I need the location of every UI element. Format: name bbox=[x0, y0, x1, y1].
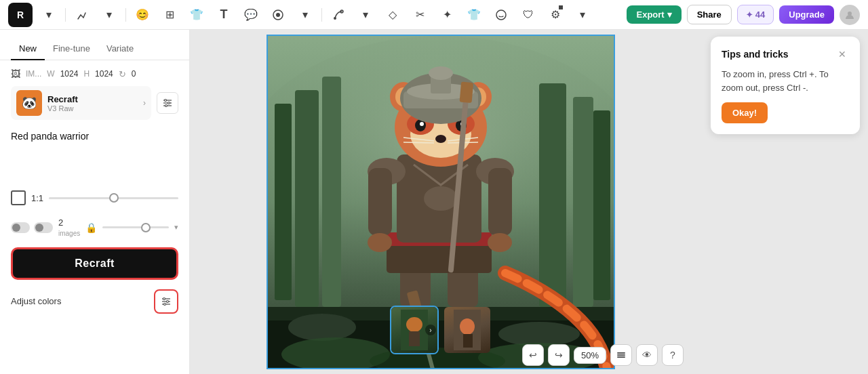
right-panel: Tips and tricks ✕ To zoom in, press Ctrl… bbox=[692, 30, 868, 374]
svg-point-11 bbox=[165, 105, 167, 107]
adjust-colors-row: Adjust colors bbox=[11, 287, 178, 316]
credits-btn[interactable]: ✦ 44 bbox=[737, 5, 774, 24]
ratio-label: 1:1 bbox=[31, 193, 43, 203]
thumbnail-2[interactable] bbox=[443, 306, 492, 354]
tshirt-star-btn[interactable]: 👕 bbox=[463, 4, 485, 26]
redo-btn[interactable]: ↪ bbox=[548, 344, 570, 366]
eye-btn[interactable]: 👁 bbox=[636, 344, 658, 366]
images-count-sub: images bbox=[58, 229, 80, 238]
images-chevron-icon[interactable]: ▾ bbox=[174, 223, 178, 232]
toggle-pair bbox=[11, 222, 53, 233]
svg-rect-80 bbox=[617, 352, 625, 354]
layers-btn[interactable] bbox=[610, 344, 632, 366]
svg-point-49 bbox=[420, 122, 424, 126]
clothing-btn[interactable]: 👕 bbox=[186, 4, 208, 26]
divider-2 bbox=[125, 8, 126, 22]
image-grid-btn[interactable]: ⊞ bbox=[159, 4, 180, 26]
svg-point-73 bbox=[406, 317, 422, 332]
svg-rect-24 bbox=[275, 104, 292, 300]
svg-line-53 bbox=[403, 142, 434, 143]
model-selector[interactable]: 🐼 Recraft V3 Raw › bbox=[11, 86, 151, 120]
prompt-text[interactable]: Red panda warrior bbox=[11, 127, 178, 181]
shield-btn[interactable]: 🛡 bbox=[517, 4, 539, 26]
ratio-row: 1:1 bbox=[11, 188, 178, 208]
width-value: 1024 bbox=[60, 69, 79, 79]
model-thumbnail: 🐼 bbox=[16, 90, 42, 116]
images-row: 2 images 🔒 ▾ bbox=[11, 215, 178, 241]
magic-wand-btn[interactable]: ✦ bbox=[436, 4, 458, 26]
svg-point-16 bbox=[167, 300, 169, 302]
export-label: Export bbox=[636, 9, 664, 20]
export-btn[interactable]: Export ▾ bbox=[627, 5, 681, 24]
svg-point-76 bbox=[460, 318, 475, 335]
logo-dropdown-btn[interactable]: ▾ bbox=[38, 4, 60, 26]
tab-finetune[interactable]: Fine-tune bbox=[45, 38, 98, 60]
svg-point-28 bbox=[288, 314, 356, 341]
avatar[interactable] bbox=[840, 5, 860, 25]
tab-new[interactable]: New bbox=[11, 38, 45, 60]
settings-alert-dropdown[interactable]: ▾ bbox=[572, 4, 593, 26]
canvas-area[interactable]: › ↩ ↪ 50% 👁 ? bbox=[190, 30, 692, 374]
settings-alert-btn[interactable]: ⚙ bbox=[545, 4, 566, 26]
toolbar-left: R ▾ ▾ 😊 ⊞ 👕 T 💬 ▾ ▾ ◇ bbox=[8, 3, 621, 27]
brush-tool-btn[interactable] bbox=[267, 4, 289, 26]
eraser-btn[interactable]: ◇ bbox=[382, 4, 403, 26]
ratio-slider-container[interactable] bbox=[49, 192, 178, 205]
vector-tool-btn[interactable] bbox=[71, 4, 93, 26]
model-row-container: 🐼 Recraft V3 Raw › bbox=[11, 86, 178, 120]
face-tool-btn[interactable]: 😊 bbox=[132, 4, 153, 26]
upgrade-btn[interactable]: Upgrade bbox=[779, 5, 834, 24]
rotate-value: 0 bbox=[132, 69, 136, 79]
svg-point-35 bbox=[424, 186, 458, 211]
model-settings-btn[interactable] bbox=[157, 92, 178, 114]
toolbar-right: Export ▾ Share ✦ 44 Upgrade bbox=[627, 5, 860, 25]
help-btn[interactable]: ? bbox=[662, 344, 684, 366]
zoom-display: 50% bbox=[574, 347, 606, 364]
thumb-2-bg bbox=[444, 307, 490, 353]
credits-count: 44 bbox=[755, 9, 765, 20]
app-logo[interactable]: R bbox=[8, 3, 33, 27]
path-dropdown-btn[interactable]: ▾ bbox=[355, 4, 376, 26]
svg-point-4 bbox=[496, 10, 506, 20]
speech-bubble-btn[interactable]: 💬 bbox=[240, 4, 262, 26]
tips-okay-btn[interactable]: Okay! bbox=[722, 102, 768, 123]
share-btn[interactable]: Share bbox=[687, 5, 732, 24]
height-label: H bbox=[83, 69, 90, 79]
tips-close-btn[interactable]: ✕ bbox=[835, 47, 849, 61]
path-btn[interactable] bbox=[328, 4, 349, 26]
svg-rect-77 bbox=[463, 334, 473, 348]
svg-point-29 bbox=[498, 322, 580, 346]
rotate-icon: ↻ bbox=[119, 69, 126, 79]
lock-icon[interactable]: 🔒 bbox=[85, 222, 97, 233]
thumb-1-arrow[interactable]: › bbox=[425, 325, 436, 335]
images-count: 2 images bbox=[58, 217, 80, 238]
bottom-controls: ↩ ↪ 50% 👁 ? bbox=[522, 344, 684, 366]
svg-rect-39 bbox=[488, 168, 512, 236]
recraft-button[interactable]: Recraft bbox=[11, 247, 178, 280]
width-label: W bbox=[47, 69, 54, 79]
model-name: Recraft bbox=[47, 94, 138, 104]
svg-point-1 bbox=[276, 13, 280, 17]
undo-btn[interactable]: ↩ bbox=[522, 344, 544, 366]
adjust-colors-label: Adjust colors bbox=[11, 296, 61, 306]
vector-dropdown-btn[interactable]: ▾ bbox=[98, 4, 120, 26]
meta-row: 🖼 IM... W 1024 H 1024 ↻ 0 bbox=[11, 68, 178, 79]
thumbnail-1[interactable]: › bbox=[390, 306, 439, 354]
scissors-btn[interactable]: ✂ bbox=[409, 4, 431, 26]
images-slider[interactable] bbox=[102, 221, 169, 234]
toggle-2[interactable] bbox=[34, 222, 53, 233]
text-btn[interactable]: T bbox=[213, 4, 235, 26]
adjust-colors-btn[interactable] bbox=[154, 289, 178, 314]
svg-rect-78 bbox=[617, 356, 625, 358]
svg-point-2 bbox=[334, 17, 336, 20]
left-panel: New Fine-tune Variate 🖼 IM... W 1024 H 1… bbox=[0, 30, 190, 374]
svg-rect-20 bbox=[295, 90, 319, 307]
brush-dropdown-btn[interactable]: ▾ bbox=[294, 4, 316, 26]
model-info: Recraft V3 Raw bbox=[47, 94, 138, 112]
face-edit-btn[interactable] bbox=[490, 4, 512, 26]
tab-variate[interactable]: Variate bbox=[98, 38, 142, 60]
divider-3 bbox=[321, 8, 322, 22]
toggle-1[interactable] bbox=[11, 222, 30, 233]
model-arrow-icon: › bbox=[143, 98, 146, 108]
divider-1 bbox=[65, 8, 66, 22]
